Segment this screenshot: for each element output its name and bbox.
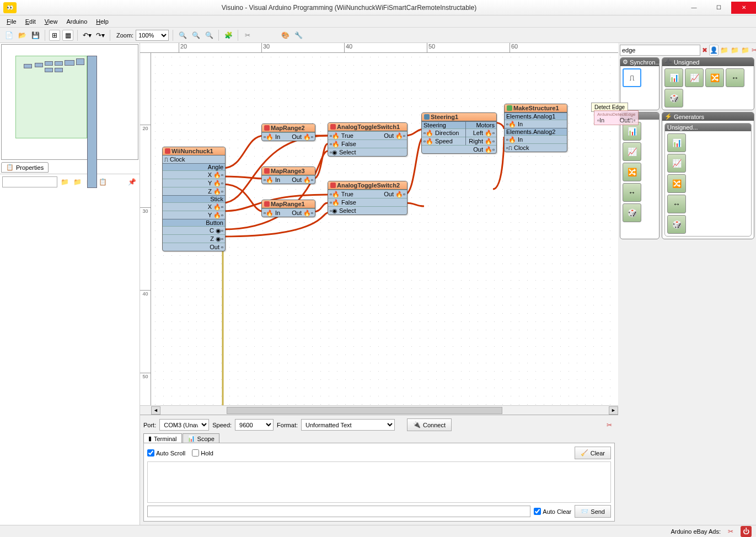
pin-icon[interactable]: 📌 — [126, 176, 137, 187]
palette-search-input[interactable] — [620, 45, 700, 56]
menu-view[interactable]: View — [41, 17, 61, 26]
palette-item[interactable]: 🔀 — [667, 174, 686, 193]
palette-item[interactable]: 📊 — [664, 68, 683, 87]
palette-item[interactable]: 📊 — [667, 133, 686, 152]
cat1-icon[interactable]: 📁 — [720, 45, 729, 56]
terminal-output — [147, 461, 611, 503]
node-steering1[interactable]: Steering1 Steering ▫🔥 Direction ▫🔥 Speed… — [421, 112, 497, 154]
node-analogtoggleswitch2[interactable]: AnalogToggleSwitch2 ▫🔥 TrueOut 🔥▫ ▫🔥 Fal… — [328, 181, 408, 215]
save-icon[interactable]: 💾 — [30, 30, 41, 41]
redo-icon[interactable]: ↷▾ — [95, 30, 106, 41]
send-button[interactable]: 📨Send — [575, 505, 611, 518]
scroll-left-icon[interactable]: ◄ — [151, 406, 160, 415]
gen-icon: ⚡ — [664, 113, 672, 120]
status-tool-icon[interactable]: ✂ — [725, 526, 736, 537]
grid-icon[interactable]: ▦ — [62, 30, 73, 41]
connect-button[interactable]: 🔌Connect — [407, 418, 452, 431]
prop-icon-2[interactable]: 📁 — [72, 176, 83, 187]
component-palette: ✖ 👤 📁 📁 📁 ✂ ⚙Synchron... ⎍ ➕Unsigned 📊 📈… — [618, 43, 756, 525]
node-wiinunchuck1[interactable]: WiiNunchuck1 ⎍ Clock Angle X 🔥▫ Y 🔥▫ Z 🔥… — [162, 147, 226, 251]
minimize-button[interactable]: — — [682, 2, 706, 14]
unsigned-icon: ➕ — [664, 58, 672, 66]
zoom-label: Zoom: — [116, 32, 133, 39]
properties-panel: 📁 📁 📁 📋 📌 — [0, 174, 140, 525]
palette-item[interactable]: ↔ — [623, 183, 641, 202]
component-icon[interactable]: 🧩 — [223, 30, 234, 41]
undo-icon[interactable]: ↶▾ — [82, 30, 93, 41]
cat3-icon[interactable]: 📁 — [741, 45, 750, 56]
send-icon: 📨 — [581, 508, 588, 515]
palette-item[interactable]: 📈 — [685, 68, 704, 87]
terminal-icon: ▮ — [148, 435, 152, 442]
tab-scope[interactable]: 📊Scope — [183, 433, 219, 443]
palette-item[interactable]: 📈 — [667, 154, 686, 173]
new-icon[interactable]: 📄 — [3, 30, 14, 41]
properties-tab[interactable]: 📋 Properties — [1, 162, 49, 173]
palette-item[interactable]: ↔ — [667, 195, 686, 213]
zoom-fit-icon[interactable]: 🔍 — [203, 30, 215, 41]
sync-icon: ⚙ — [623, 58, 628, 66]
board-icon[interactable]: 🔧 — [293, 30, 304, 41]
palette-item[interactable]: 🔀 — [623, 163, 641, 181]
ads-label: Arduino eBay Ads: — [671, 528, 721, 535]
node-makestructure1[interactable]: MakeStructure1 Elements.Analog1 ▫🔥 In El… — [504, 104, 567, 152]
menu-edit[interactable]: Edit — [22, 17, 39, 26]
autoclear-checkbox[interactable]: Auto Clear — [534, 508, 571, 515]
prop-icon-4[interactable]: 📋 — [97, 176, 108, 187]
clear-search-icon[interactable]: ✖ — [701, 45, 708, 56]
menu-arduino[interactable]: Arduino — [63, 17, 90, 26]
horizontal-scrollbar[interactable]: ◄ ► — [140, 405, 618, 415]
properties-icon: 📋 — [6, 164, 14, 171]
connect-icon: 🔌 — [413, 421, 421, 428]
menu-help[interactable]: Help — [93, 17, 112, 26]
terminal-send-input[interactable] — [147, 506, 530, 517]
design-canvas[interactable]: WiiNunchuck1 ⎍ Clock Angle X 🔥▫ Y 🔥▫ Z 🔥… — [151, 53, 618, 405]
close-button[interactable]: ✕ — [731, 2, 756, 14]
menu-bar: File Edit View Arduino Help — [0, 15, 756, 28]
palette-item[interactable]: ↔ — [726, 68, 744, 87]
port-label: Port: — [143, 422, 156, 428]
palette-item[interactable]: 📈 — [623, 142, 641, 161]
palette-item[interactable]: 🎲 — [623, 203, 641, 222]
palette-item[interactable]: 🎲 — [667, 215, 686, 234]
format-label: Format: — [277, 422, 298, 428]
upload-icon[interactable]: 🎨 — [280, 30, 291, 41]
node-analogtoggleswitch1[interactable]: AnalogToggleSwitch1 ▫🔥 TrueOut 🔥▫ ▫🔥 Fal… — [328, 122, 408, 157]
prop-icon-1[interactable]: 📁 — [59, 176, 70, 187]
palette-item[interactable]: 🎲 — [664, 89, 683, 108]
cat4-icon[interactable]: ✂ — [751, 45, 756, 56]
zoom-out-icon[interactable]: 🔍 — [190, 30, 201, 41]
ruler-horizontal: 20 30 40 50 60 — [140, 43, 618, 53]
grid-snap-icon[interactable]: ⊞ — [49, 30, 60, 41]
power-icon[interactable]: ⏻ — [741, 526, 752, 537]
cat2-icon[interactable]: 📁 — [730, 45, 739, 56]
speed-select[interactable]: 9600 — [235, 419, 274, 431]
clear-button[interactable]: 🧹Clear — [575, 447, 611, 459]
port-select[interactable]: COM3 (Unava — [159, 419, 209, 431]
settings-icon[interactable]: ✂ — [604, 420, 615, 431]
node-maprange1[interactable]: MapRange1 ▫🔥 InOut 🔥▫ — [261, 200, 315, 217]
ruler-vertical: 20 30 40 50 — [140, 53, 151, 405]
zoom-select[interactable]: 100% — [136, 30, 169, 41]
overview-panel[interactable] — [1, 44, 138, 160]
open-icon[interactable]: 📂 — [17, 30, 28, 41]
node-maprange2[interactable]: MapRange2 ▫🔥 InOut 🔥▫ — [261, 123, 315, 141]
palette-item[interactable]: 🔀 — [705, 68, 724, 87]
tab-terminal[interactable]: ▮Terminal — [143, 433, 182, 443]
scroll-right-icon[interactable]: ► — [609, 406, 618, 415]
delete-icon[interactable]: ✂ — [242, 30, 253, 41]
menu-file[interactable]: File — [3, 17, 20, 26]
properties-filter-input[interactable] — [2, 176, 57, 187]
node-maprange3[interactable]: MapRange3 ▫🔥 InOut 🔥▫ — [261, 167, 315, 184]
format-select[interactable]: Unformatted Text — [301, 419, 395, 431]
clear-icon: 🧹 — [581, 449, 588, 457]
zoom-in-icon[interactable]: 🔍 — [177, 30, 188, 41]
toolbar: 📄 📂 💾 ⊞ ▦ ↶▾ ↷▾ Zoom: 100% 🔍 🔍 🔍 🧩 ✂ 🎨 🔧 — [0, 28, 756, 43]
autoscroll-checkbox[interactable]: Auto Scroll — [147, 449, 185, 457]
palette-item-detect-edge[interactable]: ⎍ — [623, 68, 641, 87]
hold-checkbox[interactable]: Hold — [192, 449, 213, 457]
drag-ghost: ArduinoDetectEdge ▫InOut⎍▫ — [618, 110, 639, 125]
maximize-button[interactable]: ☐ — [706, 2, 731, 14]
app-icon: 👀 — [3, 2, 17, 13]
filter-icon[interactable]: 👤 — [709, 45, 719, 56]
